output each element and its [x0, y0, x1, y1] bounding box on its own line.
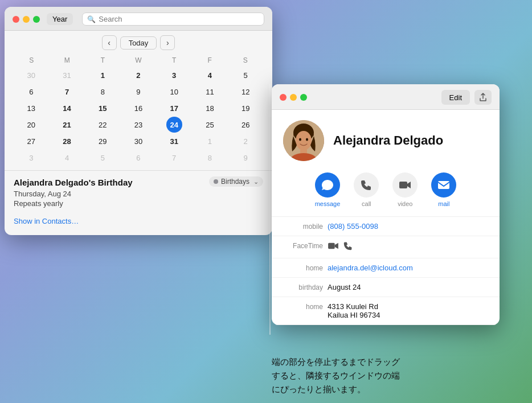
address-value: 4313 Kuulei RdKailua HI 96734 — [328, 302, 488, 319]
cal-day[interactable]: 8 — [95, 84, 111, 100]
cal-day[interactable]: 31 — [59, 67, 75, 83]
event-date: Thursday, Aug 24 — [14, 190, 263, 198]
cal-day[interactable]: 10 — [166, 84, 182, 100]
calendar-window: Year 🔍 ‹ Today › S M T W T F S 30 31 1 2… — [5, 7, 272, 235]
contact-window: Edit — [272, 84, 500, 325]
call-action-button[interactable]: call — [354, 172, 379, 207]
home-email-label: home — [283, 264, 323, 272]
email-value[interactable]: alejandra.del@icloud.com — [328, 264, 488, 272]
cal-day[interactable]: 4 — [59, 150, 75, 166]
search-bar: 🔍 — [82, 13, 264, 26]
cal-day[interactable]: 11 — [202, 84, 218, 100]
cal-day[interactable]: 5 — [95, 150, 111, 166]
mobile-value[interactable]: (808) 555-0098 — [328, 222, 488, 231]
badge-label: Birthdays — [221, 178, 249, 186]
cal-day[interactable]: 6 — [23, 84, 39, 100]
cal-day[interactable]: 13 — [23, 100, 39, 116]
contact-name: Alejandra Delgado — [333, 133, 443, 148]
chevron-down-icon: ⌄ — [253, 178, 259, 186]
cal-day[interactable]: 17 — [166, 100, 182, 116]
day-header-s1: S — [14, 55, 50, 66]
cal-day[interactable]: 9 — [130, 84, 146, 100]
cal-day[interactable]: 15 — [95, 100, 111, 116]
cal-day[interactable]: 3 — [23, 150, 39, 166]
share-button[interactable] — [474, 90, 492, 105]
maximize-button[interactable] — [33, 16, 40, 23]
cal-day[interactable]: 22 — [95, 117, 111, 133]
svg-rect-7 — [399, 182, 407, 188]
cal-day[interactable]: 30 — [23, 67, 39, 83]
cal-day[interactable]: 21 — [59, 117, 75, 133]
cal-day[interactable]: 23 — [130, 117, 146, 133]
cal-day[interactable]: 5 — [238, 67, 253, 83]
contact-minimize-button[interactable] — [290, 94, 297, 101]
event-calendar-badge[interactable]: Birthdays ⌄ — [209, 176, 263, 187]
badge-dot — [214, 179, 218, 184]
facetime-phone-icon[interactable] — [343, 241, 353, 253]
cal-day[interactable]: 16 — [130, 100, 146, 116]
message-action-button[interactable]: message — [315, 172, 341, 207]
search-input[interactable] — [99, 15, 259, 23]
edit-button[interactable]: Edit — [441, 90, 470, 105]
cal-day[interactable]: 1 — [95, 67, 111, 83]
prev-button[interactable]: ‹ — [102, 35, 117, 50]
calendar-nav: ‹ Today › — [5, 31, 272, 55]
message-icon — [315, 172, 340, 198]
cal-day-today[interactable]: 24 — [166, 117, 182, 133]
cal-day[interactable]: 14 — [59, 100, 75, 116]
mobile-field-row: mobile (808) 555-0098 — [272, 217, 500, 236]
cal-day[interactable]: 30 — [130, 133, 146, 149]
address-field-row: home 4313 Kuulei RdKailua HI 96734 — [272, 297, 500, 325]
message-svg — [321, 179, 334, 191]
cal-day[interactable]: 27 — [23, 133, 39, 149]
calendar-grid: S M T W T F S 30 31 1 2 3 4 5 6 7 8 9 10… — [5, 55, 272, 170]
next-button[interactable]: › — [160, 35, 175, 50]
cal-day[interactable]: 26 — [238, 117, 253, 133]
cal-day[interactable]: 4 — [202, 67, 218, 83]
cal-day[interactable]: 9 — [238, 150, 253, 166]
cal-day[interactable]: 28 — [59, 133, 75, 149]
event-section: Alejandra Delgado's Birthday Birthdays ⌄… — [5, 170, 272, 235]
close-button[interactable] — [13, 16, 19, 23]
cal-day[interactable]: 2 — [130, 67, 146, 83]
cal-day[interactable]: 2 — [238, 133, 253, 149]
facetime-video-icon[interactable] — [328, 241, 339, 253]
video-label: video — [398, 200, 412, 207]
cal-day[interactable]: 7 — [166, 150, 182, 166]
svg-point-2 — [296, 131, 312, 150]
birthday-value: August 24 — [328, 283, 488, 291]
cal-day[interactable]: 8 — [202, 150, 218, 166]
year-button[interactable]: Year — [47, 13, 73, 25]
cal-day[interactable]: 18 — [202, 100, 218, 116]
day-header-f: F — [192, 55, 228, 66]
mail-action-button[interactable]: mail — [431, 172, 456, 207]
traffic-lights — [13, 16, 40, 23]
today-button[interactable]: Today — [120, 36, 157, 50]
contact-maximize-button[interactable] — [300, 94, 307, 101]
phone-svg — [361, 179, 372, 191]
cal-day[interactable]: 20 — [23, 117, 39, 133]
contact-close-button[interactable] — [280, 94, 287, 101]
event-title: Alejandra Delgado's Birthday — [14, 178, 133, 187]
minimize-button[interactable] — [23, 16, 30, 23]
cal-day[interactable]: 1 — [202, 133, 218, 149]
cal-day[interactable]: 12 — [238, 84, 253, 100]
day-header-t1: T — [85, 55, 121, 66]
caption-text: 端の部分を停止するまでドラッグすると、隣接するウインドウの端にぴったりと揃います… — [272, 355, 521, 396]
calendar-rows: 30 31 1 2 3 4 5 6 7 8 9 10 11 12 13 14 1… — [14, 67, 263, 166]
video-icon — [392, 172, 418, 198]
cal-day[interactable]: 25 — [202, 117, 218, 133]
cal-day[interactable]: 31 — [166, 133, 182, 149]
search-icon: 🔍 — [87, 15, 96, 23]
show-contacts-link[interactable]: Show in Contacts… — [14, 217, 79, 225]
cal-day[interactable]: 6 — [130, 150, 146, 166]
cal-day[interactable]: 19 — [238, 100, 253, 116]
day-headers: S M T W T F S — [14, 55, 263, 66]
avatar-image — [283, 120, 324, 161]
cal-day[interactable]: 3 — [166, 67, 182, 83]
cal-day[interactable]: 29 — [95, 133, 111, 149]
svg-rect-9 — [328, 243, 335, 249]
cal-day[interactable]: 7 — [59, 84, 75, 100]
video-action-button[interactable]: video — [392, 172, 418, 207]
day-header-w: W — [121, 55, 157, 66]
